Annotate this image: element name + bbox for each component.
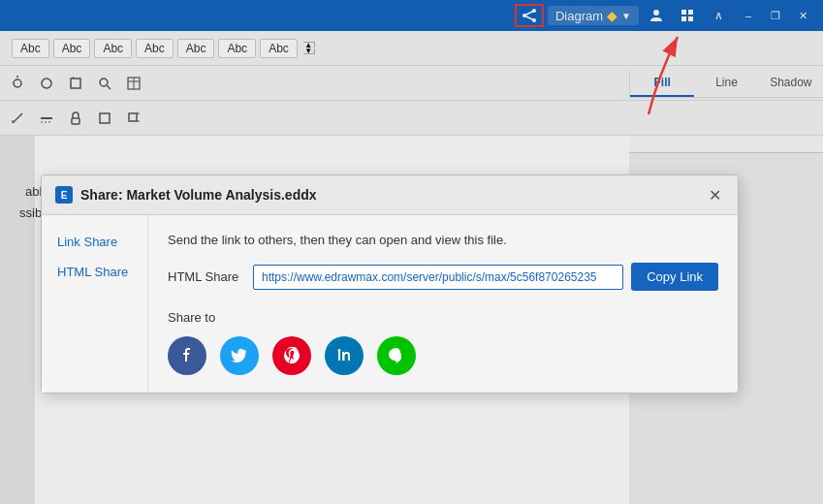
linkedin-icon[interactable] [325,336,364,375]
social-icons-row [168,336,718,375]
dialog-title-text: E Share: Market Volume Analysis.eddx [55,186,317,204]
url-input[interactable] [253,265,623,290]
pinterest-icon[interactable] [272,336,311,375]
copy-link-button[interactable]: Copy Link [631,263,718,291]
dialog-title-bar: E Share: Market Volume Analysis.eddx ✕ [42,175,738,215]
html-share-row: HTML Share Copy Link [168,263,718,291]
dialog-content: Send the link to others, then they can o… [148,215,738,393]
svg-text:E: E [61,190,68,201]
line-icon[interactable] [377,336,416,375]
dialog-title-label: Share: Market Volume Analysis.eddx [80,187,317,203]
share-dialog: E Share: Market Volume Analysis.eddx ✕ L… [41,174,739,394]
html-share-label: HTML Share [168,269,245,284]
html-share-tab[interactable]: HTML Share [42,257,147,287]
share-to-label: Share to [168,310,718,325]
facebook-icon[interactable] [168,336,206,375]
dialog-body: Link Share HTML Share Send the link to o… [42,215,738,393]
dialog-sidebar: Link Share HTML Share [42,215,148,393]
link-share-tab[interactable]: Link Share [42,227,147,257]
dialog-description: Send the link to others, then they can o… [168,233,718,247]
app-logo-icon: E [55,186,73,204]
dialog-close-button[interactable]: ✕ [705,185,724,205]
twitter-icon[interactable] [220,336,259,375]
